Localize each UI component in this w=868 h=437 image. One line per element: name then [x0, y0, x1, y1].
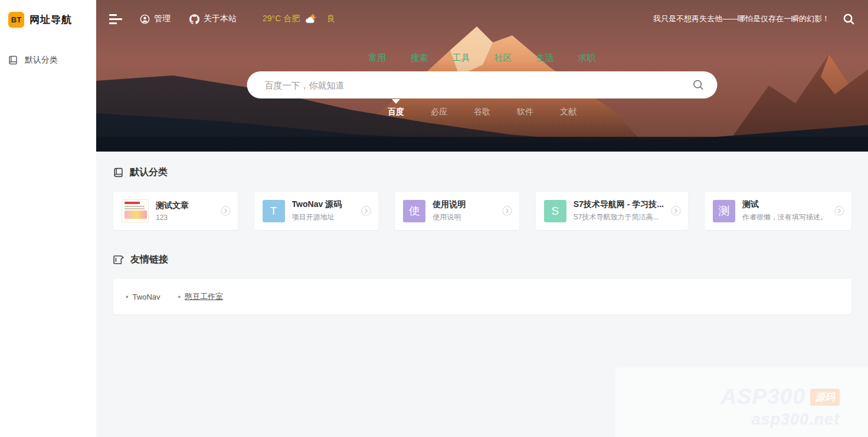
- letter-avatar-icon: S: [544, 200, 566, 222]
- section-title-friend-links: 友情链接: [113, 254, 851, 266]
- site-card-usage[interactable]: 使 使用说明 使用说明: [395, 192, 519, 230]
- top-navigation-bar: 管理 关于本站 29°C 合肥: [96, 0, 868, 38]
- site-card-test[interactable]: 测 测试 作者很懒，没有填写描述。: [705, 192, 851, 230]
- letter-avatar-icon: 测: [713, 200, 735, 222]
- category-tab-gongju[interactable]: 工具: [453, 52, 470, 64]
- site-title: 网址导航: [30, 13, 72, 27]
- engine-tab-literature[interactable]: 文献: [560, 107, 577, 117]
- book-icon: [8, 55, 18, 65]
- chevron-right-circle-icon[interactable]: [671, 206, 681, 216]
- search-bar: [247, 71, 718, 98]
- article-thumbnail: [122, 199, 149, 223]
- sidebar-item-label: 默认分类: [25, 55, 58, 65]
- about-site-link[interactable]: 关于本站: [189, 14, 237, 24]
- card-title: 测试文章: [156, 201, 214, 211]
- chevron-right-circle-icon[interactable]: [834, 206, 844, 216]
- hitokoto-quote: 我只是不想再失去他——哪怕是仅存在一瞬的幻影！: [653, 14, 830, 24]
- about-label: 关于本站: [204, 14, 237, 24]
- main-content: 默认分类 测试文章 123: [96, 152, 868, 437]
- logo-badge: BT: [8, 12, 24, 28]
- category-tab-sousuo[interactable]: 搜索: [411, 52, 428, 64]
- category-tabs: 常用 搜索 工具 社区 生活 求职: [369, 52, 596, 64]
- book-icon: [113, 167, 123, 178]
- search-input[interactable]: [265, 80, 693, 90]
- sidebar-item-default-category[interactable]: 默认分类: [0, 49, 96, 71]
- menu-toggle-icon[interactable]: [109, 14, 122, 24]
- github-icon: [189, 14, 199, 24]
- chevron-right-circle-icon[interactable]: [502, 206, 512, 216]
- topbar-search-icon[interactable]: [843, 13, 855, 25]
- friend-links-card: TwoNav 憨豆工作室: [113, 279, 851, 314]
- site-logo[interactable]: BT 网址导航: [0, 0, 96, 38]
- active-engine-caret-icon: [392, 99, 400, 104]
- engine-tab-software[interactable]: 软件: [517, 107, 533, 117]
- chevron-right-circle-icon[interactable]: [221, 206, 231, 216]
- site-card-grid: 测试文章 123 T TwoNav 源码 项目开源地址: [113, 192, 851, 230]
- site-card-s7nav[interactable]: S S7技术导航网 - 学习技... S7技术导航致力于简洁高...: [536, 192, 688, 230]
- section-title-default-category: 默认分类: [113, 166, 851, 179]
- category-tab-qiuzhi[interactable]: 求职: [578, 52, 596, 64]
- letter-avatar-icon: T: [263, 200, 285, 222]
- user-circle-icon: [140, 14, 150, 24]
- air-quality-badge: 良: [327, 14, 335, 24]
- card-title: 使用说明: [433, 199, 495, 210]
- category-tab-shenghuo[interactable]: 生活: [536, 52, 554, 64]
- search-engine-tabs: 百度 必应 谷歌 软件 文献: [96, 107, 868, 117]
- chevron-right-circle-icon[interactable]: [361, 206, 371, 216]
- search-submit-icon[interactable]: [693, 79, 705, 91]
- site-card-test-article[interactable]: 测试文章 123: [113, 192, 238, 230]
- engine-tab-baidu[interactable]: 百度: [388, 107, 404, 117]
- watermark-panel: [615, 367, 868, 437]
- admin-link[interactable]: 管理: [140, 14, 171, 24]
- sidebar: BT 网址导航 默认分类: [0, 0, 96, 437]
- card-desc: 使用说明: [433, 212, 495, 222]
- letter-avatar-icon: 使: [403, 200, 425, 222]
- card-desc: 项目开源地址: [292, 212, 355, 222]
- engine-tab-google[interactable]: 谷歌: [474, 107, 490, 117]
- weather-temp-city: 29°C 合肥: [263, 14, 300, 24]
- link-card-icon: [113, 255, 124, 264]
- app-root: BT 网址导航 默认分类: [0, 0, 868, 437]
- weather-widget: 29°C 合肥 良: [263, 14, 335, 24]
- card-desc: 作者很懒，没有填写描述。: [742, 212, 827, 222]
- card-desc: S7技术导航致力于简洁高...: [574, 212, 664, 222]
- card-title: S7技术导航网 - 学习技...: [574, 199, 664, 210]
- card-title: TwoNav 源码: [292, 199, 355, 210]
- engine-tab-bing[interactable]: 必应: [431, 107, 447, 117]
- card-desc: 123: [156, 213, 214, 222]
- category-tab-changyong[interactable]: 常用: [369, 52, 386, 64]
- friend-link-twonav[interactable]: TwoNav: [126, 293, 161, 301]
- card-title: 测试: [742, 199, 827, 210]
- category-tab-shequ[interactable]: 社区: [494, 52, 512, 64]
- hero-banner: 管理 关于本站 29°C 合肥: [96, 0, 868, 152]
- main-column: 管理 关于本站 29°C 合肥: [96, 0, 868, 437]
- site-card-twonav[interactable]: T TwoNav 源码 项目开源地址: [254, 192, 379, 230]
- admin-label: 管理: [154, 14, 171, 24]
- sun-behind-cloud-icon: [304, 14, 317, 24]
- friend-link-handou-studio[interactable]: 憨豆工作室: [178, 291, 224, 302]
